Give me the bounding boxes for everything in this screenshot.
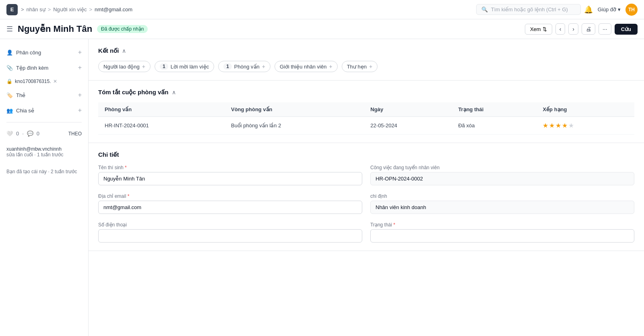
lock-icon: 🔒 — [6, 79, 12, 84]
breadcrumb: > nhân sự > Người xin việc > nmt@gmail.c… — [21, 6, 473, 12]
rating-stars[interactable]: ★ ★ ★ ★ ★ — [543, 122, 628, 129]
col-trang-thai: Trạng thái — [452, 102, 536, 117]
interview-table: Phòng vấn Vòng phòng vấn Ngày Trạng thái… — [98, 102, 634, 135]
table-row: HR-INT-2024-0001 Buổi phòng vấn lần 2 22… — [98, 117, 634, 135]
designation-input[interactable] — [370, 201, 634, 214]
user-assign-icon: 👤 — [6, 50, 13, 56]
interview-summary-title: Tóm tắt cuộc phòng vấn — [98, 89, 169, 96]
detail-section-header: Chi tiết — [98, 151, 634, 158]
connect-tag-nguoi-lao-dong[interactable]: Người lao động + — [98, 61, 151, 72]
search-placeholder: Tìm kiếm hoặc gõ lệnh (Ctrl + G) — [491, 6, 568, 12]
phone-field: Số điện thoại — [98, 222, 362, 243]
next-button[interactable]: › — [568, 23, 578, 35]
detail-section: Chi tiết Tên thí sinh * Công việc đang t… — [89, 143, 644, 251]
search-icon: 🔍 — [481, 6, 488, 12]
sidebar-item-tep-dinh-kem[interactable]: 📎 Tệp đính kèm + — [0, 61, 88, 75]
kno-item: 🔒 kno1700876315. ✕ — [0, 76, 88, 87]
top-nav: E > nhân sự > Người xin việc > nmt@gmail… — [0, 0, 644, 19]
connect-tag-gioi-thieu[interactable]: Giới thiệu nhân viên + — [275, 61, 338, 72]
job-opening-field: Công việc đang tuyển nhân viên — [370, 165, 634, 185]
comment-count: 0 — [37, 131, 39, 137]
cell-id[interactable]: HR-INT-2024-0001 — [98, 117, 225, 135]
breadcrumb-email[interactable]: nmt@gmail.com — [95, 6, 132, 12]
status-input[interactable] — [370, 229, 634, 243]
candidate-name-label: Tên thí sinh * — [98, 165, 362, 170]
interview-toggle-icon[interactable]: ∧ — [172, 89, 176, 95]
col-xep-hang: Xếp hạng — [536, 102, 634, 117]
heart-count: 0 — [16, 131, 19, 137]
connect-tag-loi-moi[interactable]: 1 Lời mời làm việc — [155, 61, 214, 72]
cell-date: 22-05-2024 — [364, 117, 452, 135]
interview-summary-section: Tóm tắt cuộc phòng vấn ∧ Phòng vấn Vòng … — [89, 81, 644, 143]
email-input[interactable] — [98, 201, 362, 214]
add-phan-cong-icon[interactable]: + — [78, 49, 82, 56]
detail-title: Chi tiết — [98, 151, 119, 158]
connect-tags-row: Người lao động + 1 Lời mời làm việc 1 Ph… — [98, 61, 634, 72]
add-thu-hen-icon[interactable]: + — [369, 63, 372, 70]
breadcrumb-nguoi-xin-viec[interactable]: Người xin việc — [53, 6, 87, 12]
avatar[interactable]: TH — [625, 4, 638, 16]
candidate-name-input[interactable] — [98, 172, 362, 185]
connect-toggle-icon[interactable]: ∧ — [122, 48, 126, 54]
breadcrumb-nhan-su[interactable]: nhân sự — [27, 6, 45, 12]
add-nguoi-lao-dong-icon[interactable]: + — [142, 63, 145, 70]
sidebar-meta-created: Bạn đã tạo cái này · 2 tuần trước — [0, 164, 88, 179]
share-icon: 👥 — [6, 108, 13, 114]
main-layout: 👤 Phân công + 📎 Tệp đính kèm + 🔒 kno1700… — [0, 39, 644, 336]
remove-kno-button[interactable]: ✕ — [53, 79, 57, 84]
add-tag-icon[interactable]: + — [78, 91, 82, 99]
star-5: ★ — [568, 122, 574, 129]
connect-title: Kết nối — [98, 47, 119, 54]
heart-icon: 🤍 — [6, 131, 13, 137]
sidebar-item-phan-cong[interactable]: 👤 Phân công + — [0, 46, 88, 59]
view-button[interactable]: Xem ⇅ — [525, 24, 552, 35]
sidebar-meta-editor: xuanhinh@mbw.vnchinnh sửa lần cuối · 1 t… — [0, 141, 88, 162]
add-share-icon[interactable]: + — [78, 107, 82, 114]
notification-bell-icon[interactable]: 🔔 — [584, 5, 593, 14]
sidebar: 👤 Phân công + 📎 Tệp đính kèm + 🔒 kno1700… — [0, 39, 89, 336]
connect-tag-thu-hen[interactable]: Thư hẹn + — [342, 61, 378, 72]
follow-button[interactable]: THEO — [68, 131, 82, 137]
header-actions: Xem ⇅ ‹ › 🖨 ··· Cứu — [525, 23, 638, 35]
tag-icon: 🏷️ — [6, 92, 13, 98]
attachment-icon: 📎 — [6, 65, 13, 71]
status-field: Trạng thái * — [370, 222, 634, 243]
chevron-down-icon: ▾ — [618, 6, 621, 12]
sidebar-item-chia-se[interactable]: 👥 Chia sẻ + — [0, 104, 88, 117]
sidebar-stats: 🤍 0 · 💬 0 THEO — [0, 127, 88, 140]
save-button[interactable]: Cứu — [615, 24, 638, 35]
detail-grid: Tên thí sinh * Công việc đang tuyển nhân… — [98, 165, 634, 243]
breadcrumb-sep2: > — [48, 6, 51, 12]
add-attachment-icon[interactable]: + — [78, 64, 82, 71]
page-title: Nguyễn Minh Tân — [18, 24, 92, 34]
add-phong-van-icon[interactable]: + — [262, 63, 265, 70]
print-button[interactable]: 🖨 — [582, 23, 595, 35]
connect-section-header: Kết nối ∧ — [98, 47, 634, 54]
cell-round: Buổi phòng vấn lần 2 — [225, 117, 364, 135]
app-logo: E — [6, 4, 18, 15]
col-ngay: Ngày — [364, 102, 452, 117]
col-phong-van: Phòng vấn — [98, 102, 225, 117]
job-opening-input[interactable] — [370, 172, 634, 185]
search-bar[interactable]: 🔍 Tìm kiếm hoặc gõ lệnh (Ctrl + G) — [476, 4, 581, 15]
status-badge: Đã được chấp nhận — [97, 25, 148, 33]
job-opening-label: Công việc đang tuyển nhân viên — [370, 165, 634, 170]
cell-rating: ★ ★ ★ ★ ★ — [536, 117, 634, 135]
connect-tag-phong-van[interactable]: 1 Phòng vấn + — [218, 61, 270, 72]
email-label: Địa chỉ email * — [98, 193, 362, 199]
col-vong-phong-van: Vòng phòng vấn — [225, 102, 364, 117]
prev-button[interactable]: ‹ — [555, 23, 566, 35]
designation-field: chi định — [370, 193, 634, 214]
chevron-icon: ⇅ — [543, 26, 547, 32]
breadcrumb-sep3: > — [89, 6, 92, 12]
email-field: Địa chỉ email * — [98, 193, 362, 214]
hamburger-icon[interactable]: ☰ — [6, 25, 13, 33]
add-gioi-thieu-icon[interactable]: + — [329, 63, 332, 70]
phone-input[interactable] — [98, 229, 362, 243]
sidebar-item-the[interactable]: 🏷️ Thẻ + — [0, 88, 88, 102]
topnav-actions: 🔔 Giúp đỡ ▾ TH — [584, 4, 638, 16]
breadcrumb-sep: > — [21, 6, 24, 12]
help-button[interactable]: Giúp đỡ ▾ — [598, 6, 621, 12]
more-options-button[interactable]: ··· — [599, 23, 611, 35]
phone-label: Số điện thoại — [98, 222, 362, 228]
